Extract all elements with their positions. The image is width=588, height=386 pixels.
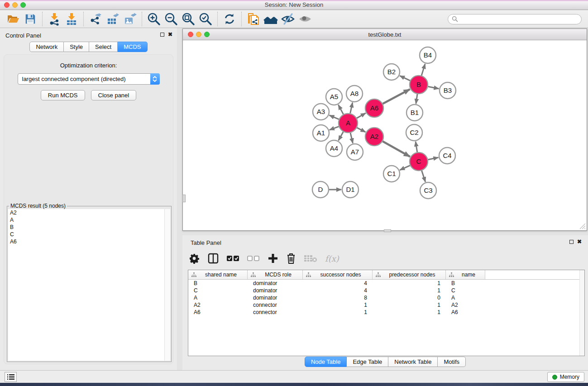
column-header-shared-name[interactable]: shared name: [188, 270, 248, 279]
graph-edge-A-A8[interactable]: [350, 103, 353, 114]
mcds-result-item[interactable]: A: [8, 216, 170, 224]
refresh-icon[interactable]: [221, 11, 238, 27]
tab-network[interactable]: Network: [29, 42, 64, 52]
graph-node-A5[interactable]: A5: [326, 89, 342, 105]
graph-edge-C-C1[interactable]: [400, 166, 410, 170]
open-folder-icon[interactable]: [5, 11, 22, 27]
zoom-fit-icon[interactable]: [180, 11, 197, 27]
search-field[interactable]: [448, 14, 582, 24]
graph-node-C2[interactable]: C2: [406, 124, 422, 141]
graph-node-A[interactable]: A: [339, 114, 358, 133]
tab-edge-table[interactable]: Edge Table: [347, 357, 388, 367]
mcds-list-scrollbar[interactable]: [164, 209, 170, 361]
save-icon[interactable]: [22, 11, 39, 27]
tab-style[interactable]: Style: [64, 42, 89, 52]
graph-edge-C-C4[interactable]: [428, 157, 439, 160]
close-table-panel-icon[interactable]: ✖: [577, 239, 582, 244]
tab-motifs[interactable]: Motifs: [438, 357, 466, 367]
graph-node-B[interactable]: B: [410, 76, 428, 94]
deselect-all-icon[interactable]: [247, 255, 260, 262]
graph-edge-A-A1[interactable]: [330, 127, 339, 130]
task-history-button[interactable]: [5, 372, 17, 382]
settings-gear-icon[interactable]: [189, 253, 200, 264]
criterion-select[interactable]: largest connected component (directed): [18, 73, 160, 85]
column-layout-icon[interactable]: [207, 253, 219, 264]
float-table-panel-icon[interactable]: [569, 240, 574, 244]
graph-edge-A-A7[interactable]: [350, 133, 353, 143]
mcds-result-item[interactable]: A2: [8, 209, 170, 216]
graph-edge-C-C3[interactable]: [422, 171, 425, 182]
table-scrollbar[interactable]: [579, 270, 584, 356]
graph-node-C4[interactable]: C4: [439, 148, 455, 164]
export-image-icon[interactable]: [121, 11, 139, 27]
graph-node-B1[interactable]: B1: [406, 105, 423, 121]
network-document-icon[interactable]: [245, 11, 262, 27]
table-row[interactable]: A2connector11A2: [188, 301, 584, 309]
graph-edge-A-A3[interactable]: [329, 115, 339, 119]
show-details-icon[interactable]: [296, 11, 314, 27]
graph-edge-A2-C[interactable]: [382, 141, 410, 157]
close-panel-button[interactable]: Close panel: [91, 90, 137, 100]
run-mcds-button[interactable]: Run MCDS: [41, 90, 85, 100]
graph-node-C3[interactable]: C3: [420, 182, 436, 199]
graph-edge-C-C2[interactable]: [416, 142, 417, 152]
table-row[interactable]: A6connector11A6: [188, 309, 584, 316]
graph-node-A6[interactable]: A6: [365, 99, 383, 117]
delete-column-icon[interactable]: [286, 253, 296, 264]
mcds-result-item[interactable]: C: [8, 231, 170, 238]
resize-grip-icon[interactable]: [579, 223, 586, 229]
tab-select[interactable]: Select: [89, 42, 118, 52]
column-header-predecessor-nodes[interactable]: predecessor nodes: [373, 270, 446, 279]
graph-node-C1[interactable]: C1: [383, 166, 400, 182]
add-column-icon[interactable]: [268, 253, 278, 264]
split-divider-handle[interactable]: [182, 195, 186, 202]
tab-node-table[interactable]: Node Table: [305, 357, 347, 367]
first-neighbors-icon[interactable]: [262, 11, 279, 27]
graph-node-A2[interactable]: A2: [365, 128, 383, 146]
graph-node-A8[interactable]: A8: [346, 86, 363, 102]
graph-node-B2[interactable]: B2: [383, 64, 400, 80]
tab-network-table[interactable]: Network Table: [388, 357, 438, 367]
mcds-result-list[interactable]: A2ABCA6: [8, 209, 170, 361]
zoom-selected-icon[interactable]: [197, 11, 214, 27]
graph-edge-A-A6[interactable]: [357, 113, 366, 118]
export-table-icon[interactable]: [104, 11, 121, 27]
import-network-icon[interactable]: [46, 11, 63, 27]
zoom-in-icon[interactable]: [145, 11, 163, 27]
memory-button[interactable]: Memory: [547, 372, 584, 382]
tab-mcds[interactable]: MCDS: [118, 42, 147, 52]
graph-edge-B-B2[interactable]: [400, 76, 410, 81]
column-header-name[interactable]: name: [446, 270, 485, 279]
network-window-titlebar[interactable]: testGlobe.txt: [183, 29, 587, 40]
graph-edge-B-B1[interactable]: [416, 94, 417, 104]
horizontal-split-handle[interactable]: [384, 229, 391, 232]
table-row[interactable]: Adominator80A: [188, 294, 584, 301]
float-panel-icon[interactable]: [160, 33, 164, 37]
zoom-out-icon[interactable]: [163, 11, 180, 27]
close-panel-icon[interactable]: ✖: [168, 32, 172, 37]
network-canvas[interactable]: B4B2BB3A8A5A6A3B1AC2A1A2A4A7C4CC1C3DD1: [183, 41, 587, 230]
mcds-result-item[interactable]: B: [8, 224, 170, 231]
table-row[interactable]: Cdominator41C: [188, 287, 584, 294]
graph-node-B3[interactable]: B3: [440, 82, 456, 99]
table-row[interactable]: Bdominator41B: [188, 280, 584, 287]
column-header-MCDS-role[interactable]: MCDS role: [248, 270, 303, 279]
mcds-result-item[interactable]: A6: [8, 238, 170, 245]
graph-edge-A-A2[interactable]: [357, 128, 366, 132]
import-table-icon[interactable]: [63, 11, 80, 27]
graph-node-C[interactable]: C: [410, 152, 428, 171]
export-network-icon[interactable]: [87, 11, 104, 27]
hide-details-icon[interactable]: [279, 11, 296, 27]
graph-node-D[interactable]: D: [312, 181, 329, 198]
node-table[interactable]: shared nameMCDS rolesuccessor nodesprede…: [188, 270, 585, 356]
graph-edge-B-B3[interactable]: [428, 86, 439, 89]
graph-node-D1[interactable]: D1: [342, 181, 359, 198]
graph-edge-A-A5[interactable]: [338, 105, 343, 114]
graph-node-A4[interactable]: A4: [326, 140, 342, 157]
graph-edge-B-B4[interactable]: [421, 64, 425, 76]
graph-node-A3[interactable]: A3: [313, 104, 329, 120]
graph-edge-A6-B[interactable]: [383, 89, 410, 104]
column-header-successor-nodes[interactable]: successor nodes: [303, 270, 373, 279]
graph-node-A1[interactable]: A1: [313, 125, 329, 141]
select-all-icon[interactable]: [227, 255, 239, 262]
